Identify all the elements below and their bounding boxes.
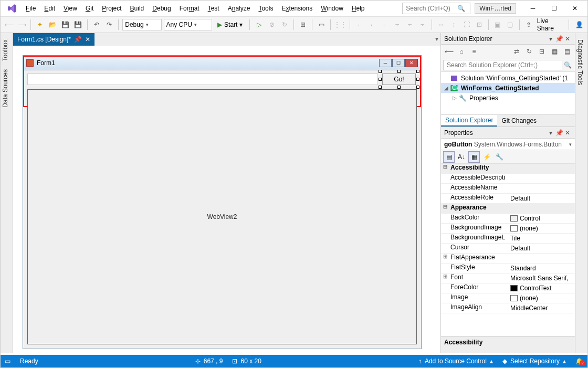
size-icon[interactable]: ⛶ xyxy=(461,19,471,30)
se-back-icon[interactable]: ⟵ xyxy=(444,47,454,56)
se-collapse-icon[interactable]: ⊟ xyxy=(537,47,547,56)
se-switchview-icon[interactable]: ≡ xyxy=(469,47,479,56)
selection-handles[interactable] xyxy=(380,71,418,87)
tree-node[interactable]: ◢C#WinForms_GettingStarted xyxy=(441,83,575,93)
prop-row[interactable]: BackColorControl xyxy=(441,214,575,224)
status-mode-icon[interactable]: ▭ xyxy=(5,358,10,365)
align-top-icon[interactable]: ⫟ xyxy=(392,19,403,30)
live-share-label[interactable]: Live Share xyxy=(537,17,564,32)
props-close-icon[interactable]: ✕ xyxy=(563,129,572,136)
prop-row[interactable]: ForeColorControlText xyxy=(441,283,575,293)
se-search-input[interactable] xyxy=(443,60,562,70)
prop-row[interactable]: BackgroundImageLTile xyxy=(441,234,575,244)
new-project-icon[interactable]: ✦ xyxy=(35,19,45,30)
close-tab-icon[interactable]: ✕ xyxy=(85,36,90,43)
add-source-control[interactable]: ↑ Add to Source Control ▴ xyxy=(418,358,493,365)
start-nodebug-icon[interactable]: ▷ xyxy=(254,19,264,30)
address-textbox[interactable] xyxy=(27,73,378,85)
form-preview[interactable]: Form1 ─ ☐ ✕ Go! WebView2 xyxy=(23,55,422,349)
stop-icon[interactable]: ⊘ xyxy=(267,19,277,30)
menu-debug[interactable]: Debug xyxy=(148,3,175,14)
vspace-icon[interactable]: ↕ xyxy=(448,19,459,30)
align-center-icon[interactable]: ⫠ xyxy=(366,19,377,30)
events-icon[interactable]: ⚡ xyxy=(481,151,492,163)
platform-combo[interactable]: Any CPU▾ xyxy=(164,19,213,30)
panel-dropdown-icon[interactable]: ▾ xyxy=(547,35,555,43)
doc-tab-form1[interactable]: Form1.cs [Design]* 📌 ✕ xyxy=(13,33,94,46)
alphabetical-icon[interactable]: A↓ xyxy=(456,151,467,163)
notifications-icon[interactable]: 🔔2 xyxy=(575,358,583,365)
quick-search[interactable]: 🔍 xyxy=(402,3,470,14)
form-maximize-icon[interactable]: ☐ xyxy=(392,59,405,67)
search-icon[interactable]: 🔍 xyxy=(455,5,467,12)
properties-grid[interactable]: ⊟AccessibilityAccessibleDescriptiAccessi… xyxy=(441,164,575,336)
diagnostic-tools-tab[interactable]: Diagnostic Tools xyxy=(575,36,585,88)
prop-row[interactable]: Image(none) xyxy=(441,293,575,303)
categorized-icon[interactable]: ▤ xyxy=(443,151,455,163)
center-icon[interactable]: ⊡ xyxy=(474,19,485,30)
panel-pin-icon[interactable]: 📌 xyxy=(555,35,563,43)
properties-page-icon[interactable]: ▦ xyxy=(468,151,480,163)
prop-row[interactable]: BackgroundImage(none) xyxy=(441,224,575,234)
layout-icon[interactable]: ⊞ xyxy=(298,19,308,30)
align-right-icon[interactable]: ⫠ xyxy=(379,19,390,30)
save-icon[interactable]: 💾 xyxy=(60,19,71,30)
bring-front-icon[interactable]: ▣ xyxy=(492,19,503,30)
prop-category[interactable]: ⊟Appearance xyxy=(441,204,575,214)
menu-analyze[interactable]: Analyze xyxy=(224,3,255,14)
toolbox-tab[interactable]: Toolbox xyxy=(1,36,10,64)
solution-tree[interactable]: Solution 'WinForms_GettingStarted' (1◢C#… xyxy=(441,72,575,114)
account-icon[interactable]: 👤 xyxy=(574,19,584,30)
start-debug-button[interactable]: ▶Start▾ xyxy=(214,19,246,30)
quick-search-input[interactable] xyxy=(403,5,455,12)
redo-icon[interactable]: ↷ xyxy=(104,19,114,30)
se-sync-icon[interactable]: ⇄ xyxy=(512,47,521,56)
grid-icon[interactable]: ⋮⋮ xyxy=(334,19,346,30)
prop-row[interactable]: CursorDefault xyxy=(441,244,575,254)
props-dropdown-icon[interactable]: ▾ xyxy=(547,129,555,136)
prop-category[interactable]: ⊟Accessibility xyxy=(441,164,575,174)
open-icon[interactable]: 📂 xyxy=(47,19,58,30)
se-refresh-icon[interactable]: ↻ xyxy=(524,47,534,56)
live-share-icon[interactable]: ⇪ xyxy=(523,19,534,30)
pin-icon[interactable]: 📌 xyxy=(74,36,82,43)
prop-row[interactable]: ⊞FontMicrosoft Sans Serif, xyxy=(441,274,575,283)
se-properties-icon[interactable]: ▤ xyxy=(562,47,572,56)
props-pin-icon[interactable]: 📌 xyxy=(555,129,563,136)
menu-build[interactable]: Build xyxy=(126,3,149,14)
webview2-control[interactable]: WebView2 xyxy=(27,89,417,344)
nav-fwd-icon[interactable]: ⟶ xyxy=(16,19,27,30)
undo-icon[interactable]: ↶ xyxy=(91,19,102,30)
menu-window[interactable]: Window xyxy=(317,3,348,14)
properties-object-combo[interactable]: goButton System.Windows.Forms.Button ▾ xyxy=(441,139,575,150)
tree-node[interactable]: ▷🔧Properties xyxy=(441,93,575,103)
menu-git[interactable]: Git xyxy=(81,3,98,14)
restart-icon[interactable]: ↻ xyxy=(279,19,290,30)
tab-solution-explorer[interactable]: Solution Explorer xyxy=(441,115,497,127)
menu-tools[interactable]: Tools xyxy=(254,3,277,14)
nav-back-icon[interactable]: ⟵ xyxy=(4,19,14,30)
window-minimize[interactable]: ─ xyxy=(522,2,543,15)
menu-extensions[interactable]: Extensions xyxy=(277,3,317,14)
data-sources-tab[interactable]: Data Sources xyxy=(1,66,10,111)
align-left-icon[interactable]: ⫠ xyxy=(354,19,364,30)
property-pages-icon[interactable]: 🔧 xyxy=(494,151,505,163)
menu-test[interactable]: Test xyxy=(204,3,224,14)
se-showall-icon[interactable]: ▦ xyxy=(550,47,559,56)
menu-project[interactable]: Project xyxy=(98,3,125,14)
se-home-icon[interactable]: ⌂ xyxy=(457,47,466,56)
window-maximize[interactable]: ☐ xyxy=(543,2,564,15)
se-search-icon[interactable]: 🔍 xyxy=(562,61,573,69)
send-back-icon[interactable]: ▢ xyxy=(505,19,516,30)
config-combo[interactable]: Debug▾ xyxy=(122,19,161,30)
designer-surface[interactable]: Form1 ─ ☐ ✕ Go! WebView2 xyxy=(13,46,440,353)
save-all-icon[interactable]: 💾 xyxy=(73,19,83,30)
align-mid-icon[interactable]: ⫟ xyxy=(405,19,415,30)
hspace-icon[interactable]: ↔ xyxy=(436,19,446,30)
window-close[interactable]: ✕ xyxy=(564,2,585,15)
menu-view[interactable]: View xyxy=(59,3,81,14)
align-bot-icon[interactable]: ⫟ xyxy=(417,19,428,30)
prop-row[interactable]: AccessibleDescripti xyxy=(441,174,575,184)
prop-row[interactable]: FlatStyleStandard xyxy=(441,264,575,274)
form-close-icon[interactable]: ✕ xyxy=(405,59,418,67)
